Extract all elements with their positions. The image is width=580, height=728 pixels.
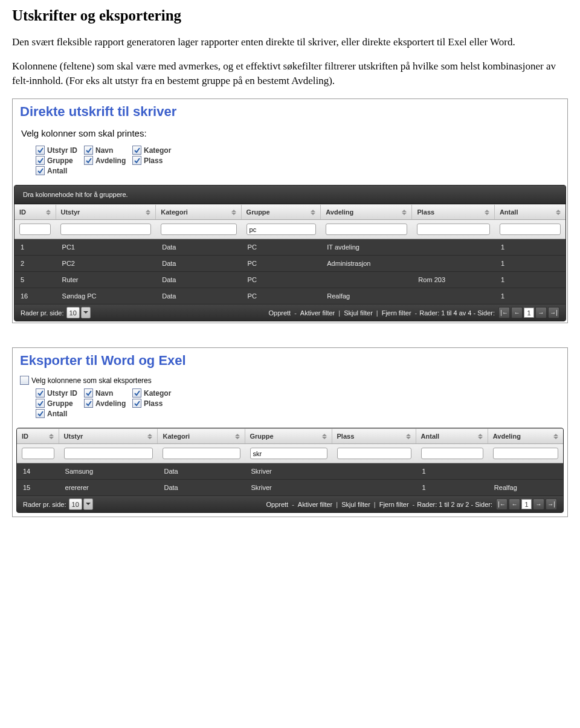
col-plass[interactable]: Plass: [332, 429, 416, 443]
cb-plass[interactable]: Plass: [132, 399, 177, 408]
check-icon: [36, 409, 45, 418]
skjul-filter-link[interactable]: Skjul filter: [341, 501, 370, 508]
next-page-button[interactable]: →: [533, 498, 544, 510]
table-row[interactable]: 16Søndag PCDataPCRealfag1: [14, 288, 566, 304]
table-cell: [412, 288, 495, 304]
col-kategori[interactable]: Kategori: [158, 429, 245, 443]
col-kategori[interactable]: Kategori: [156, 205, 241, 219]
sort-icon: [311, 210, 315, 215]
filter-plass[interactable]: [337, 448, 411, 459]
filter-avdeling[interactable]: [493, 448, 558, 459]
filter-utstyr[interactable]: [64, 448, 153, 459]
cb-utstyr-id[interactable]: Utstyr ID: [36, 146, 80, 155]
opprett-link[interactable]: Opprett: [268, 309, 291, 317]
check-icon: [132, 146, 141, 155]
table-cell: [332, 463, 416, 479]
table-cell: 1: [495, 256, 566, 271]
cb-avdeling[interactable]: Avdeling: [84, 399, 129, 408]
filter-plass[interactable]: [417, 224, 490, 235]
col-avdeling[interactable]: Avdeling: [321, 205, 412, 219]
grid-footer: Rader pr. side: 10 Opprett- Aktiver filt…: [14, 304, 566, 321]
col-id[interactable]: ID: [17, 429, 59, 443]
fjern-filter-link[interactable]: Fjern filter: [379, 501, 409, 508]
cb-gruppe[interactable]: Gruppe: [36, 156, 80, 165]
check-icon: [84, 156, 93, 165]
check-icon: [84, 399, 93, 408]
table-row[interactable]: 14SamsungDataSkriver1: [17, 463, 563, 480]
table-row[interactable]: 15ererererDataSkriver1Realfag: [17, 480, 563, 496]
chevron-down-icon[interactable]: [81, 307, 91, 318]
cb-kategor[interactable]: Kategor: [132, 388, 177, 398]
rows-per-page-select[interactable]: 10: [69, 498, 82, 510]
table-cell: Samsung: [59, 463, 158, 479]
grid-footer: Rader pr. side: 10 Opprett- Aktiver filt…: [17, 496, 563, 512]
table-cell: Data: [156, 272, 241, 288]
filter-avdeling[interactable]: [326, 224, 407, 235]
table-cell: PC2: [56, 256, 156, 271]
cb-navn[interactable]: Navn: [84, 146, 129, 155]
cb-gruppe[interactable]: Gruppe: [36, 399, 80, 408]
cb-antall[interactable]: Antall: [36, 166, 80, 175]
col-gruppe[interactable]: Gruppe: [242, 205, 321, 219]
filter-gruppe[interactable]: [250, 448, 327, 459]
filter-kategori[interactable]: [163, 448, 240, 459]
table-cell: Administrasjon: [321, 256, 412, 271]
table-cell: 1: [495, 288, 566, 304]
check-icon: [36, 146, 45, 155]
table-cell: IT avdeling: [321, 239, 412, 255]
col-avdeling[interactable]: Avdeling: [488, 429, 563, 443]
next-page-button[interactable]: →: [535, 307, 547, 318]
first-page-button[interactable]: |←: [496, 498, 507, 510]
table-row[interactable]: 1PC1DataPCIT avdeling1: [14, 239, 566, 256]
aktiver-filter-link[interactable]: Aktiver filter: [300, 309, 335, 317]
rows-per-page-select[interactable]: 10: [66, 307, 80, 318]
opprett-link[interactable]: Opprett: [266, 501, 288, 508]
filter-antall[interactable]: [421, 448, 483, 459]
sort-icon: [478, 434, 483, 439]
cb-navn[interactable]: Navn: [84, 388, 129, 398]
table-row[interactable]: 2PC2DataPCAdministrasjon1: [14, 256, 566, 272]
fjern-filter-link[interactable]: Fjern filter: [382, 309, 411, 317]
filter-kategori[interactable]: [161, 224, 236, 235]
cb-utstyr-id[interactable]: Utstyr ID: [36, 388, 80, 398]
print-checkbox-group: Utstyr ID Navn Kategor Gruppe Avdeling P…: [13, 143, 567, 185]
group-by-bar[interactable]: Dra kolonnehode hit for å gruppere.: [14, 185, 566, 204]
cb-avdeling[interactable]: Avdeling: [84, 156, 129, 165]
col-id[interactable]: ID: [14, 205, 56, 219]
col-gruppe[interactable]: Gruppe: [245, 429, 332, 443]
filter-utstyr[interactable]: [60, 224, 151, 235]
col-utstyr[interactable]: Utstyr: [56, 205, 156, 219]
col-utstyr[interactable]: Utstyr: [59, 429, 158, 443]
grid-header: ID Utstyr Kategori Gruppe Plass Antall A…: [17, 428, 563, 444]
col-plass[interactable]: Plass: [412, 205, 495, 219]
filter-id[interactable]: [19, 224, 51, 235]
cb-antall[interactable]: Antall: [36, 409, 80, 418]
filter-gruppe[interactable]: [246, 224, 317, 235]
prev-page-button[interactable]: ←: [511, 307, 523, 318]
sort-icon: [235, 434, 240, 439]
table-cell: PC: [242, 288, 321, 304]
col-antall[interactable]: Antall: [416, 429, 488, 443]
print-panel: Direkte utskrift til skriver Velg kolonn…: [12, 98, 568, 323]
table-cell: 1: [416, 480, 488, 495]
intro-paragraph-1: Den svært fleksible rapport generatoren …: [12, 35, 568, 50]
sort-icon: [46, 210, 51, 215]
export-outer-checkbox[interactable]: Velg kolonnene som skal eksporteres: [13, 371, 567, 386]
cb-kategor[interactable]: Kategor: [132, 146, 177, 155]
col-antall[interactable]: Antall: [495, 205, 566, 219]
last-page-button[interactable]: →|: [546, 498, 557, 510]
first-page-button[interactable]: |←: [498, 307, 510, 318]
sort-icon: [406, 434, 411, 439]
last-page-button[interactable]: →|: [548, 307, 559, 318]
cb-plass[interactable]: Plass: [132, 156, 177, 165]
export-grid: ID Utstyr Kategori Gruppe Plass Antall A…: [16, 428, 564, 513]
prev-page-button[interactable]: ←: [509, 498, 520, 510]
chevron-down-icon[interactable]: [83, 498, 93, 510]
table-row[interactable]: 5RuterDataPCRom 2031: [14, 272, 566, 288]
table-cell: Data: [158, 480, 245, 495]
filter-antall[interactable]: [500, 224, 561, 235]
table-cell: [332, 480, 416, 495]
skjul-filter-link[interactable]: Skjul filter: [344, 309, 373, 317]
aktiver-filter-link[interactable]: Aktiver filter: [298, 501, 332, 508]
filter-id[interactable]: [22, 448, 54, 459]
